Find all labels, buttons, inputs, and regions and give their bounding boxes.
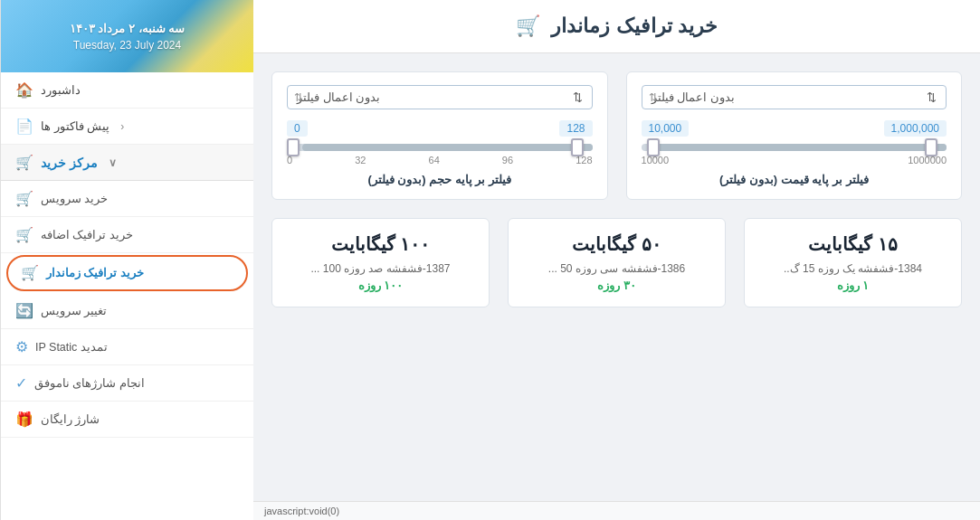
volume-range-ticks: 128 96 64 32 0: [287, 155, 593, 165]
page-title-icon: 🛒: [516, 14, 540, 38]
volume-filter-description: فیلتر بر پایه حجم (بدون فیلتر): [287, 173, 593, 186]
buy-traffic-icon: 🛒: [21, 264, 39, 281]
static-ip-icon: ⚙: [15, 338, 28, 355]
sidebar-item-static-ip[interactable]: تمدید IP Static ⚙: [1, 329, 253, 365]
sidebar-highlight-wrapper: خرید ترافیک زماندار 🛒: [6, 255, 248, 291]
product-3-days: ۱۰۰ روزه: [287, 279, 474, 292]
price-filter-box: ⇅ بدون اعمال فیلتر 1,000,000 10,000: [626, 71, 963, 200]
filter-row: ⇅ بدون اعمال فیلتر 1,000,000 10,000: [271, 71, 962, 200]
sidebar-item-buy-extra[interactable]: خرید ترافیک اضافه 🛒: [1, 217, 253, 253]
buy-service-label: خرید سرویس: [41, 192, 108, 205]
volume-filter-select[interactable]: ⇅ بدون اعمال فیلتر: [287, 85, 593, 109]
volume-range-max-label: 128: [559, 120, 592, 137]
invoices-chevron: ‹: [120, 120, 124, 133]
price-filter-select[interactable]: ⇅ بدون اعمال فیلتر: [642, 85, 947, 109]
sidebar-date-english: Tuesday, 23 July 2024: [73, 39, 181, 52]
product-1-days: ۱ روزه: [759, 279, 947, 292]
price-range-track: [642, 144, 947, 151]
product-3-size: ۱۰۰ گیگابایت: [287, 233, 474, 255]
price-range-min-label: 10,000: [642, 120, 690, 137]
product-2-days: ۳۰ روزه: [523, 279, 710, 292]
main-content: ⇅ بدون اعمال فیلتر 1,000,000 10,000: [253, 53, 980, 501]
product-1-size: ۱۵ گیگابایت: [759, 233, 947, 255]
failed-charges-label: انجام شارژهای ناموفق: [34, 376, 145, 390]
price-filter-arrow: ⇅: [927, 90, 937, 104]
product-card-1[interactable]: ۱۵ گیگابایت 1384-فشفشه یک روزه 15 گ.. ۱ …: [744, 218, 962, 307]
status-bar: javascript:void(0): [253, 501, 980, 520]
product-3-code: 1387-فشفشه صد روزه 100 ...: [287, 262, 474, 275]
invoices-icon: 📄: [15, 118, 33, 135]
dashboard-icon: 🏠: [15, 81, 33, 99]
free-charge-icon: 🎁: [15, 411, 33, 428]
sidebar-item-free-charge[interactable]: شارژ رایگان 🎁: [1, 402, 253, 438]
price-range-labels: 1,000,000 10,000: [642, 120, 947, 137]
shop-chevron: ∨: [109, 156, 117, 169]
product-card-3[interactable]: ۱۰۰ گیگابایت 1387-فشفشه صد روزه 100 ... …: [271, 218, 490, 307]
buy-extra-icon: 🛒: [15, 226, 33, 243]
price-range-thumb-min[interactable]: [647, 138, 660, 156]
product-2-code: 1386-فشفشه سی روزه 50 ...: [523, 262, 710, 275]
volume-range-fill: [302, 144, 593, 151]
failed-charges-icon: ✓: [15, 374, 27, 392]
change-service-label: تغییر سرویس: [41, 304, 107, 317]
sidebar-date-persian: سه شنبه، ۲ مرداد ۱۴۰۳: [70, 22, 185, 35]
page-title: خرید ترافیک زماندار: [551, 14, 717, 38]
free-charge-label: شارژ رایگان: [41, 412, 100, 426]
volume-range-labels: 128 0: [287, 120, 593, 137]
price-range-thumb-max[interactable]: [925, 138, 937, 156]
sidebar-item-shop[interactable]: ∨ مرکز خرید 🛒: [1, 145, 253, 181]
shop-icon: 🛒: [15, 154, 33, 171]
volume-filter-label: بدون اعمال فیلتر: [297, 90, 380, 104]
sidebar-item-buy-traffic[interactable]: خرید ترافیک زماندار 🛒: [6, 255, 248, 291]
price-filter-select-wrapper[interactable]: ⇅ بدون اعمال فیلتر: [642, 85, 947, 109]
product-2-size: ۵۰ گیگابایت: [523, 233, 710, 255]
product-1-code: 1384-فشفشه یک روزه 15 گ..: [759, 262, 947, 275]
products-row: ۱۵ گیگابایت 1384-فشفشه یک روزه 15 گ.. ۱ …: [271, 218, 962, 307]
volume-range-thumb-min[interactable]: [287, 138, 300, 156]
sidebar-item-dashboard[interactable]: داشبورد 🏠: [1, 72, 253, 109]
volume-range-thumb-max[interactable]: [571, 138, 584, 156]
sidebar-header: سه شنبه، ۲ مرداد ۱۴۰۳ Tuesday, 23 July 2…: [1, 0, 253, 72]
page-header: خرید ترافیک زماندار 🛒: [253, 0, 980, 53]
dashboard-label: داشبورد: [41, 83, 81, 97]
change-service-icon: 🔄: [15, 302, 33, 319]
buy-extra-label: خرید ترافیک اضافه: [41, 228, 133, 241]
volume-filter-box: ⇅ بدون اعمال فیلتر 128 0: [271, 71, 608, 200]
price-range-fill: [656, 144, 947, 151]
product-card-2[interactable]: ۵۰ گیگابایت 1386-فشفشه سی روزه 50 ... ۳۰…: [508, 218, 726, 307]
status-text: javascript:void(0): [264, 506, 339, 516]
sidebar-item-invoices[interactable]: ‹ پیش فاکتور ها 📄: [1, 109, 253, 145]
volume-range-min-label: 0: [287, 120, 308, 137]
static-ip-label: تمدید IP Static: [35, 340, 108, 354]
price-filter-description: فیلتر بر پایه قیمت (بدون فیلتر): [642, 173, 947, 186]
shop-label: مرکز خرید: [41, 156, 98, 170]
buy-service-icon: 🛒: [15, 190, 33, 207]
sidebar: سه شنبه، ۲ مرداد ۱۴۰۳ Tuesday, 23 July 2…: [0, 0, 253, 520]
sidebar-item-failed-charges[interactable]: انجام شارژهای ناموفق ✓: [1, 365, 253, 402]
volume-filter-arrow: ⇅: [573, 90, 583, 104]
invoices-label: پیش فاکتور ها: [41, 119, 109, 133]
volume-range-track-wrapper[interactable]: [287, 144, 593, 151]
volume-filter-select-wrapper[interactable]: ⇅ بدون اعمال فیلتر: [287, 85, 593, 109]
price-range-track-wrapper[interactable]: [642, 144, 947, 151]
price-filter-label: بدون اعمال فیلتر: [652, 90, 735, 104]
price-range-ticks: 1000000 10000: [642, 155, 947, 165]
volume-range-track: [287, 144, 593, 151]
sidebar-item-change-service[interactable]: تغییر سرویس 🔄: [1, 293, 253, 329]
buy-traffic-label: خرید ترافیک زماندار: [46, 266, 144, 279]
sidebar-item-buy-service[interactable]: خرید سرویس 🛒: [1, 181, 253, 217]
sidebar-menu: داشبورد 🏠 ‹ پیش فاکتور ها 📄 ∨ مرکز خرید …: [1, 72, 253, 520]
price-range-max-label: 1,000,000: [884, 120, 947, 137]
